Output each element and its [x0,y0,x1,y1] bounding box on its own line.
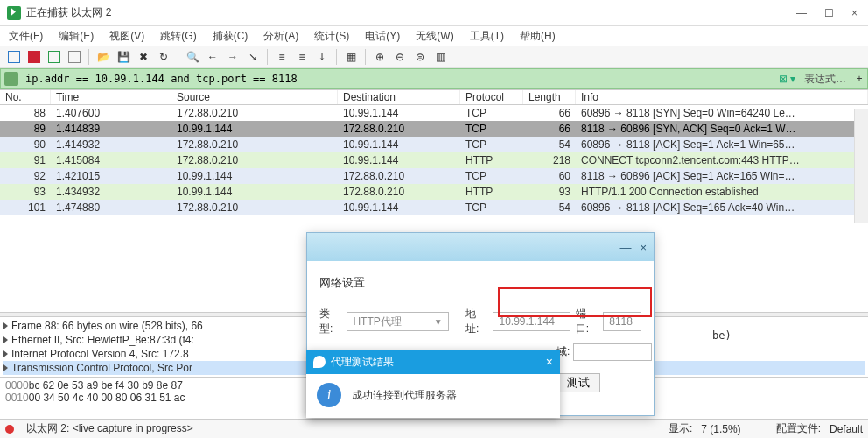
port-input[interactable]: 8118 [603,312,641,331]
packet-list[interactable]: 881.407600172.88.0.21010.99.1.144TCP6660… [0,105,868,215]
type-value: HTTP代理 [353,314,401,329]
expand-icon[interactable] [4,322,8,329]
address-input[interactable]: 10.99.1.144 [493,312,570,331]
dialog-minimize[interactable]: — [620,241,631,254]
find-icon[interactable]: 🔍 [184,48,201,66]
colorize-icon[interactable]: ▦ [342,48,360,66]
hex-addr: 0000 [5,379,29,392]
display-filter-input[interactable] [22,71,775,87]
packet-row[interactable]: 911.415084172.88.0.21010.99.1.144HTTP218… [0,152,868,168]
menu-telephony[interactable]: 电话(Y) [365,29,400,44]
zoom-reset-icon[interactable]: ⊜ [411,48,429,66]
hex-bytes: bc 62 0e 53 a9 be f4 30 b9 8e 87 [29,379,183,392]
auto-scroll-icon[interactable]: ⤓ [313,48,331,66]
status-profile-label: 配置文件: [776,421,821,436]
detail-eth[interactable]: Ethernet II, Src: HewlettP_8e:87:3d (f4: [11,334,194,346]
toolbar-sep [365,49,366,65]
window-close[interactable]: × [851,7,858,19]
go-first-icon[interactable]: ≡ [273,48,290,66]
info-icon: i [317,383,341,407]
packet-row[interactable]: 901.414932172.88.0.21010.99.1.144TCP5460… [0,137,868,152]
status-interface: 以太网 2: <live capture in progress> [26,421,193,436]
window-title: 正在捕获 以太网 2 [26,5,796,20]
zoom-in-icon[interactable]: ⊕ [371,48,388,66]
close-file-icon[interactable]: ✖ [135,48,152,66]
status-profile-value: Default [830,423,863,435]
type-select[interactable]: HTTP代理 ▼ [346,312,448,331]
filter-icon[interactable] [4,72,18,86]
filter-clear-icon[interactable]: ⊠ ▾ [775,73,799,85]
hex-bytes: 00 34 50 4c 40 00 80 06 31 51 ac [29,392,186,404]
packet-row[interactable]: 931.43493210.99.1.144172.88.0.210HTTP93H… [0,184,868,200]
col-length[interactable]: Length [523,90,576,104]
packet-list-header: No. Time Source Destination Protocol Len… [0,89,868,105]
packet-row[interactable]: 891.41483910.99.1.144172.88.0.210TCP6681… [0,121,868,137]
menu-view[interactable]: 视图(V) [109,29,144,44]
save-file-icon[interactable]: 💾 [115,48,132,66]
status-displayed-value: 7 (1.5%) [701,423,740,435]
col-time[interactable]: Time [51,90,172,104]
test-button[interactable]: 测试 [556,373,600,392]
toast-close[interactable]: × [546,355,553,369]
domain-input[interactable] [573,343,652,361]
packet-row[interactable]: 921.42101510.99.1.144172.88.0.210TCP6081… [0,168,868,184]
go-back-icon[interactable]: ← [204,48,221,66]
dialog-close[interactable]: × [640,241,647,254]
col-destination[interactable]: Destination [338,90,460,104]
expand-icon[interactable] [4,350,8,357]
go-forward-icon[interactable]: → [224,48,242,66]
bell-icon [313,356,326,368]
toast-message: 成功连接到代理服务器 [352,388,457,403]
col-protocol[interactable]: Protocol [460,90,523,104]
go-to-icon[interactable]: ↘ [244,48,262,66]
menu-tools[interactable]: 工具(T) [470,29,504,44]
window-minimize[interactable]: — [796,7,807,19]
address-label: 地址: [466,307,487,336]
expand-icon[interactable] [4,336,8,343]
packet-row[interactable]: 881.407600172.88.0.21010.99.1.144TCP6660… [0,105,868,121]
menu-analyze[interactable]: 分析(A) [263,29,298,44]
proxy-test-toast: 代理测试结果 × i 成功连接到代理服务器 [306,350,560,418]
status-bar: 以太网 2: <live capture in progress> 显示: 7 … [0,419,868,438]
restart-capture-icon[interactable] [46,48,63,66]
port-label: 端口: [576,307,598,336]
stop-capture-icon[interactable] [25,48,43,66]
window-maximize[interactable]: ☐ [824,7,834,19]
expand-icon[interactable] [4,364,8,371]
menubar: 文件(F) 编辑(E) 视图(V) 跳转(G) 捕获(C) 分析(A) 统计(S… [0,26,868,46]
detail-tcp[interactable]: Transmission Control Protocol, Src Por [11,362,192,374]
menu-go[interactable]: 跳转(G) [160,29,196,44]
menu-wireless[interactable]: 无线(W) [416,29,453,44]
col-no[interactable]: No. [0,90,51,104]
toolbar-sep [88,49,89,65]
start-capture-icon[interactable] [5,48,23,66]
type-label: 类型: [319,307,341,336]
col-info[interactable]: Info [576,90,868,104]
resize-cols-icon[interactable]: ▥ [431,48,449,66]
menu-edit[interactable]: 编辑(E) [59,29,94,44]
detail-frame[interactable]: Frame 88: 66 bytes on wire (528 bits), 6… [11,320,203,332]
capture-options-icon[interactable] [66,48,83,66]
truncated-text: be) [712,329,732,342]
go-last-icon[interactable]: ≡ [293,48,311,66]
capture-indicator-icon [5,425,14,434]
zoom-out-icon[interactable]: ⊖ [391,48,409,66]
toolbar-sep [178,49,178,65]
open-file-icon[interactable]: 📂 [94,48,112,66]
expression-button[interactable]: 表达式… [799,72,851,87]
menu-help[interactable]: 帮助(H) [520,29,556,44]
display-filter-bar: ⊠ ▾ 表达式… + [0,68,868,89]
menu-file[interactable]: 文件(F) [9,29,43,44]
detail-ip[interactable]: Internet Protocol Version 4, Src: 172.8 [11,348,189,360]
status-displayed-label: 显示: [668,421,692,436]
app-icon [7,6,21,20]
packet-row[interactable]: 1011.474880172.88.0.21010.99.1.144TCP546… [0,200,868,215]
scrollbar[interactable] [854,109,868,223]
menu-capture[interactable]: 捕获(C) [213,29,248,44]
menu-statistics[interactable]: 统计(S) [314,29,349,44]
toolbar-sep [336,49,337,65]
reload-icon[interactable]: ↻ [155,48,172,66]
toolbar-sep [267,49,268,65]
filter-add-button[interactable]: + [851,73,867,85]
col-source[interactable]: Source [172,90,338,104]
